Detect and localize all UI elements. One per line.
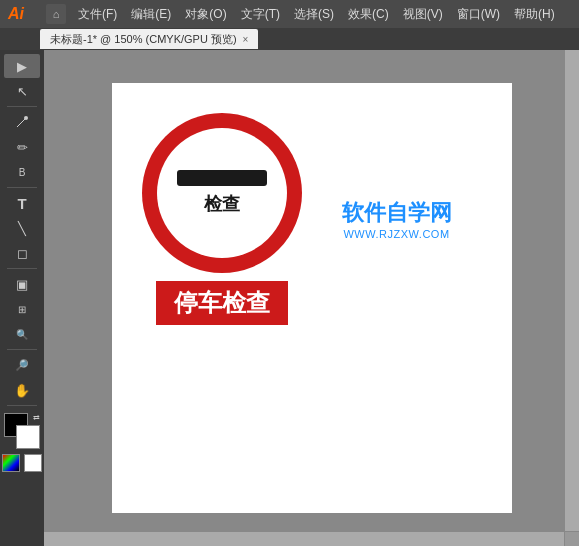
eyedropper-tool[interactable]: 🔍 [4, 322, 40, 346]
horizontal-scrollbar[interactable] [44, 532, 564, 546]
tab-close-button[interactable]: × [243, 34, 249, 45]
selection-tool[interactable]: ▶ [4, 54, 40, 78]
tab-title: 未标题-1* @ 150% (CMYK/GPU 预览) [50, 32, 237, 47]
gradient-tool[interactable]: ▣ [4, 272, 40, 296]
scroll-corner [565, 532, 579, 546]
sign-left: 检查 停车检查 [142, 113, 302, 325]
brand-container: 软件自学网 WWW.RJZXW.COM [342, 198, 452, 240]
menu-view[interactable]: 视图(V) [397, 4, 449, 25]
menu-text[interactable]: 文字(T) [235, 4, 286, 25]
tab-bar: 未标题-1* @ 150% (CMYK/GPU 预览) × [0, 28, 579, 50]
pen-tool[interactable] [4, 110, 40, 134]
shape-tool[interactable]: ◻ [4, 241, 40, 265]
background-color[interactable] [16, 425, 40, 449]
canvas-area: 检查 停车检查 软件自学网 WWW.RJZXW.COM [44, 50, 579, 546]
sign-inner-text: 检查 [204, 192, 240, 216]
blob-brush-tool[interactable]: B [4, 160, 40, 184]
circle-sign: 检查 [142, 113, 302, 273]
title-bar: Ai ⌂ 文件(F) 编辑(E) 对象(O) 文字(T) 选择(S) 效果(C)… [0, 0, 579, 28]
menu-object[interactable]: 对象(O) [179, 4, 232, 25]
tool-separator-1 [7, 106, 37, 107]
white-color[interactable] [24, 454, 42, 472]
sign-container: 检查 停车检查 软件自学网 WWW.RJZXW.COM [142, 113, 452, 325]
tool-separator-5 [7, 405, 37, 406]
pencil-tool[interactable]: ✏ [4, 135, 40, 159]
type-tool[interactable]: T [4, 191, 40, 215]
app-logo: Ai [8, 5, 40, 23]
toolbar: ▶ ↖ ✏ B T ╲ ◻ ▣ ⊞ 🔍 🔎 ✋ ⇄ [0, 50, 44, 546]
menu-bar: 文件(F) 编辑(E) 对象(O) 文字(T) 选择(S) 效果(C) 视图(V… [72, 4, 571, 25]
tool-separator-4 [7, 349, 37, 350]
circle-inner: 检查 [157, 128, 287, 258]
mesh-tool[interactable]: ⊞ [4, 297, 40, 321]
app-icon: ⌂ [46, 4, 66, 24]
document-tab[interactable]: 未标题-1* @ 150% (CMYK/GPU 预览) × [40, 29, 258, 49]
main-layout: ▶ ↖ ✏ B T ╲ ◻ ▣ ⊞ 🔍 🔎 ✋ ⇄ [0, 50, 579, 546]
none-color[interactable] [2, 454, 20, 472]
menu-window[interactable]: 窗口(W) [451, 4, 506, 25]
line-tool[interactable]: ╲ [4, 216, 40, 240]
color-selector[interactable]: ⇄ [4, 413, 40, 449]
swap-colors-icon[interactable]: ⇄ [33, 413, 40, 422]
vertical-scrollbar[interactable] [565, 50, 579, 531]
zoom-tool[interactable]: 🔎 [4, 353, 40, 377]
menu-help[interactable]: 帮助(H) [508, 4, 561, 25]
brand-url: WWW.RJZXW.COM [342, 228, 452, 240]
brand-name: 软件自学网 [342, 198, 452, 228]
canvas: 检查 停车检查 软件自学网 WWW.RJZXW.COM [112, 83, 512, 513]
menu-edit[interactable]: 编辑(E) [125, 4, 177, 25]
minus-bar [177, 170, 267, 186]
tool-separator-2 [7, 187, 37, 188]
sign-banner: 停车检查 [156, 281, 288, 325]
menu-effect[interactable]: 效果(C) [342, 4, 395, 25]
svg-point-0 [24, 116, 28, 120]
hand-tool[interactable]: ✋ [4, 378, 40, 402]
menu-file[interactable]: 文件(F) [72, 4, 123, 25]
tool-separator-3 [7, 268, 37, 269]
direct-selection-tool[interactable]: ↖ [4, 79, 40, 103]
menu-select[interactable]: 选择(S) [288, 4, 340, 25]
